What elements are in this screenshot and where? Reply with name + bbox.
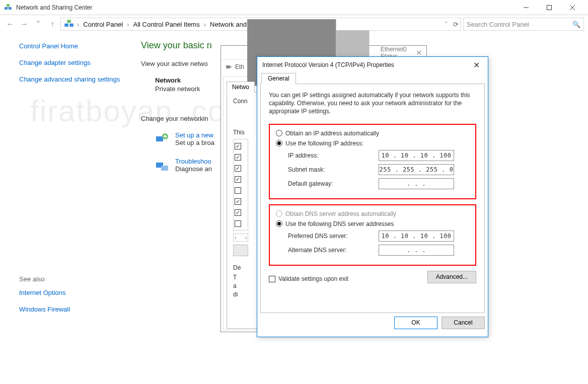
obtain-dns-auto-label: Obtain DNS server address automatically	[285, 210, 396, 217]
dns-section: Obtain DNS server address automatically …	[269, 204, 476, 266]
svg-rect-3	[547, 5, 552, 10]
search-input[interactable]: Search Control Panel 🔍	[463, 18, 584, 31]
control-panel-home-link[interactable]: Control Panel Home	[19, 42, 124, 51]
network-center-icon	[64, 19, 74, 29]
change-sharing-link[interactable]: Change advanced sharing settings	[19, 75, 124, 84]
svg-rect-14	[230, 66, 232, 68]
ipv4-dialog-title: Internet Protocol Version 4 (TCP/IPv4) P…	[262, 61, 394, 68]
see-also-label: See also	[19, 275, 124, 283]
network-adapter-icon	[225, 63, 232, 70]
sidebar: Control Panel Home Change adapter settin…	[0, 33, 131, 384]
svg-rect-10	[161, 166, 168, 171]
networking-tab[interactable]: Netwo	[227, 82, 255, 93]
checkbox[interactable]: ✓	[235, 198, 241, 205]
obtain-dns-auto-radio: Obtain DNS server address automatically	[276, 210, 469, 217]
subnet-mask-label: Subnet mask:	[288, 166, 379, 173]
setup-connection-link[interactable]: Set up a new	[175, 131, 214, 139]
svg-rect-2	[7, 4, 10, 7]
use-ip-manual-label: Use the following IP address:	[285, 140, 363, 147]
use-dns-manual-label: Use the following DNS server addresses	[285, 220, 394, 227]
alternate-dns-label: Alternate DNS server:	[288, 247, 379, 254]
close-button[interactable]	[561, 0, 584, 15]
use-dns-manual-radio[interactable]: Use the following DNS server addresses	[276, 220, 469, 227]
svg-rect-6	[67, 20, 71, 23]
windows-firewall-link[interactable]: Windows Firewall	[19, 305, 124, 314]
network-center-icon	[4, 4, 12, 12]
ip-address-label: IP address:	[288, 152, 379, 159]
checkbox[interactable]: ✓	[235, 176, 241, 183]
breadcrumb-item[interactable]: All Control Panel Items	[131, 21, 201, 28]
search-placeholder: Search Control Panel	[467, 21, 529, 28]
troubleshoot-desc: Diagnose an	[175, 165, 212, 173]
internet-options-link[interactable]: Internet Options	[19, 289, 124, 297]
refresh-button[interactable]: ⟳	[453, 21, 459, 28]
close-button[interactable]: ✕	[470, 60, 483, 70]
setup-connection-icon	[155, 132, 169, 146]
troubleshoot-icon	[155, 159, 169, 173]
default-gateway-label: Default gateway:	[288, 180, 379, 187]
cancel-button[interactable]: Cancel	[442, 317, 485, 329]
items-list[interactable]: ✓ ✓ ✓ ✓ ✓ ✓	[233, 139, 248, 231]
breadcrumb-item[interactable]: Control Panel	[81, 21, 125, 28]
checkbox[interactable]: ✓	[235, 165, 241, 172]
back-button[interactable]: ←	[4, 18, 16, 30]
preferred-dns-label: Preferred DNS server:	[288, 233, 379, 240]
up-button[interactable]: ↑	[46, 18, 58, 30]
preferred-dns-input[interactable]: 10 . 10 . 10 . 100	[379, 231, 454, 242]
general-tab[interactable]: General	[261, 73, 296, 84]
svg-rect-5	[69, 24, 74, 27]
svg-rect-4	[64, 24, 68, 27]
advanced-button[interactable]: Advanced...	[427, 271, 476, 283]
horizontal-scrollbar[interactable]: ‹›	[233, 234, 248, 242]
validate-label: Validate settings upon exit	[278, 275, 348, 282]
ip-address-input[interactable]: 10 . 10 . 10 . 100	[379, 150, 454, 161]
setup-connection-desc: Set up a broa	[175, 139, 214, 146]
subnet-mask-input[interactable]: 255 . 255 . 255 . 0	[379, 164, 454, 175]
search-icon: 🔍	[572, 21, 580, 28]
maximize-button[interactable]	[538, 0, 561, 15]
default-gateway-input[interactable]: . . .	[379, 178, 454, 189]
obtain-ip-auto-radio[interactable]: Obtain an IP address automatically	[276, 130, 469, 137]
checkbox[interactable]: ✓	[235, 143, 241, 149]
minimize-button[interactable]	[514, 0, 538, 15]
checkbox[interactable]	[235, 220, 241, 227]
change-adapter-link[interactable]: Change adapter settings	[19, 59, 124, 67]
install-button[interactable]	[233, 245, 248, 256]
svg-rect-7	[156, 136, 163, 141]
use-ip-manual-radio[interactable]: Use the following IP address:	[276, 140, 469, 147]
alternate-dns-input[interactable]: . . .	[379, 245, 454, 256]
ip-address-section: Obtain an IP address automatically Use t…	[269, 124, 476, 199]
ipv4-properties-dialog: Internet Protocol Version 4 (TCP/IPv4) P…	[257, 56, 488, 337]
svg-rect-13	[226, 65, 230, 68]
close-icon[interactable]: ✕	[416, 48, 422, 57]
forward-button[interactable]: →	[18, 18, 30, 30]
checkbox[interactable]: ✓	[235, 209, 241, 216]
validate-checkbox[interactable]: Validate settings upon exit	[269, 275, 348, 282]
troubleshoot-link[interactable]: Troubleshoo	[175, 158, 212, 165]
ok-button[interactable]: OK	[394, 317, 437, 329]
ethernet-row-label: Eth	[235, 63, 244, 70]
intro-text: You can get IP settings assigned automat…	[269, 91, 476, 116]
checkbox[interactable]	[235, 187, 241, 194]
checkbox[interactable]: ✓	[235, 154, 241, 161]
recent-button[interactable]: ˅	[32, 18, 44, 30]
obtain-ip-auto-label: Obtain an IP address automatically	[285, 130, 379, 137]
